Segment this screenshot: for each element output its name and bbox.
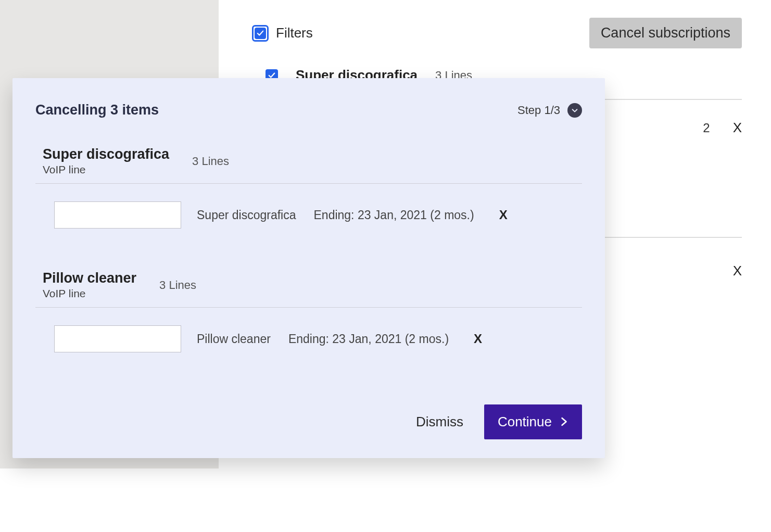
line-input[interactable] — [54, 325, 181, 352]
background-row: X — [733, 263, 742, 279]
line-input[interactable] — [54, 201, 181, 229]
continue-button[interactable]: Continue — [484, 404, 582, 439]
section-name: Pillow cleaner — [43, 270, 136, 286]
cancel-line-row: Super discografica Ending: 23 Jan, 2021 … — [35, 201, 582, 229]
line-name: Super discografica — [197, 208, 296, 222]
cancel-modal: Cancelling 3 items Step 1/3 Super discog… — [12, 78, 605, 458]
section-title-block: Pillow cleaner VoIP line — [43, 270, 136, 300]
line-name: Pillow cleaner — [197, 332, 271, 346]
filters-checkbox[interactable] — [252, 25, 269, 42]
section-title-block: Super discografica VoIP line — [43, 146, 169, 176]
section-subtitle: VoIP line — [43, 163, 169, 176]
filters-toggle[interactable]: Filters — [252, 25, 313, 42]
section-name: Super discografica — [43, 146, 169, 162]
section-header: Pillow cleaner VoIP line 3 Lines — [35, 270, 582, 308]
modal-title: Cancelling 3 items — [35, 102, 159, 118]
chevron-right-icon — [559, 414, 568, 430]
section-lines: 3 Lines — [159, 278, 196, 292]
background-row-trail: 2 — [703, 121, 710, 135]
line-ending: Ending: 23 Jan, 2021 (2 mos.) — [314, 208, 474, 222]
filters-row: Filters Cancel subscriptions — [219, 18, 771, 48]
background-row: 2 X — [703, 120, 742, 136]
step-label: Step 1/3 — [517, 104, 560, 117]
continue-label: Continue — [498, 414, 552, 430]
line-ending: Ending: 23 Jan, 2021 (2 mos.) — [288, 332, 449, 346]
remove-line-button[interactable]: X — [499, 208, 508, 222]
section-header: Super discografica VoIP line 3 Lines — [35, 146, 582, 184]
modal-header: Cancelling 3 items Step 1/3 — [35, 102, 582, 118]
dismiss-button[interactable]: Dismiss — [416, 414, 463, 430]
cancel-section: Pillow cleaner VoIP line 3 Lines Pillow … — [35, 270, 582, 352]
step-indicator[interactable]: Step 1/3 — [517, 103, 582, 118]
cancel-line-row: Pillow cleaner Ending: 23 Jan, 2021 (2 m… — [35, 325, 582, 352]
remove-row-button[interactable]: X — [733, 263, 742, 279]
remove-line-button[interactable]: X — [474, 332, 482, 346]
filters-label: Filters — [276, 25, 313, 41]
cancel-subscriptions-button[interactable]: Cancel subscriptions — [589, 18, 742, 48]
chevron-down-icon[interactable] — [567, 103, 582, 118]
remove-row-button[interactable]: X — [733, 120, 742, 136]
section-lines: 3 Lines — [192, 155, 229, 168]
modal-footer: Dismiss Continue — [416, 404, 582, 439]
cancel-section: Super discografica VoIP line 3 Lines Sup… — [35, 146, 582, 229]
section-subtitle: VoIP line — [43, 287, 136, 300]
checkmark-icon — [255, 28, 266, 39]
